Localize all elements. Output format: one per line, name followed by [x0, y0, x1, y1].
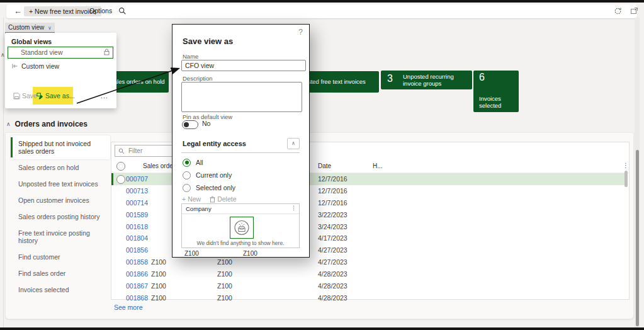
top-window-strip — [0, 0, 644, 3]
row-cell-date: 12/7/2016 — [318, 175, 347, 183]
save-view-button[interactable]: Save — [13, 92, 37, 100]
toggle-knob — [184, 122, 189, 127]
collapse-chevron-icon[interactable]: ∧ — [6, 121, 11, 127]
global-views-header: Global views — [11, 38, 52, 45]
sales-order-link[interactable]: 001867 — [126, 282, 148, 290]
row-cell-customer: Z100 — [151, 282, 166, 290]
orders-and-invoices-header: ∧ Orders and invoices — [6, 120, 88, 128]
orders-nav-item[interactable]: Open customer invoices — [11, 192, 110, 208]
company-grid-menu-icon[interactable]: ⋮ — [291, 205, 297, 211]
app-screen: ← + New free text invoice Options Custom… — [0, 0, 644, 330]
row-cell-invoice: Z100 — [217, 282, 232, 290]
radio-icon — [183, 184, 191, 192]
sales-order-link[interactable]: 001868 — [126, 294, 148, 302]
pin-default-toggle[interactable] — [182, 120, 198, 129]
sales-order-link[interactable]: 001804 — [126, 234, 148, 242]
sales-order-link[interactable]: 001858 — [126, 258, 148, 266]
back-arrow-icon[interactable]: ← — [14, 6, 22, 16]
help-icon[interactable]: ? — [298, 28, 303, 37]
nav-item-label: Open customer invoices — [18, 196, 89, 204]
row-cell-date: 4/28/2023 — [318, 270, 347, 278]
column-header-date[interactable]: Date — [318, 162, 331, 169]
radio-option[interactable]: Current only — [183, 169, 235, 181]
section-divider — [181, 152, 300, 153]
table-row[interactable]: 001866 Z100 Z100 4/28/2023 — [111, 268, 629, 280]
orders-nav-item[interactable]: Invoices selected — [11, 282, 110, 298]
sales-order-link[interactable]: 001856 — [126, 246, 148, 254]
save-view-as-button[interactable]: Save as... — [37, 92, 75, 100]
dialog-title: Save view as — [183, 37, 233, 46]
search-icon[interactable] — [118, 7, 127, 15]
more-options-button[interactable]: ... — [101, 92, 108, 100]
view-switcher-chip[interactable]: Custom view ∨ — [5, 23, 55, 33]
row-cell-customer: Z100 — [151, 258, 166, 266]
radio-option[interactable]: Selected only — [183, 181, 235, 194]
row-cell-customer: Z100 — [151, 270, 166, 278]
row-cell-date: 4/27/2023 — [318, 258, 347, 266]
chevron-down-icon: ∨ — [48, 25, 52, 31]
sales-order-link[interactable]: 000713 — [126, 187, 148, 195]
orders-nav-item[interactable]: Free text invoice posting history — [11, 225, 110, 249]
row-cell-date: 3/24/2023 — [318, 223, 347, 230]
row-cell-invoice: Z100 — [217, 270, 232, 278]
orders-nav-item[interactable]: Find customer — [11, 249, 110, 265]
nav-item-label: Find customer — [18, 253, 60, 261]
pin-default-value: No — [202, 120, 210, 127]
view-switcher-dropdown: Global views Standard view Custom view S… — [5, 33, 116, 108]
access-radio-group: All Current only Selected only — [183, 156, 235, 194]
open-in-new-window-icon[interactable] — [630, 7, 638, 15]
company-grid: Company ⋮ We didn't find anything to sho… — [181, 203, 300, 248]
row-cell-date: 4/17/2023 — [318, 234, 347, 242]
radio-label: Selected only — [196, 184, 235, 191]
orders-nav-item[interactable]: Find sales order — [11, 265, 110, 282]
nav-item-label: Invoices selected — [18, 286, 69, 293]
radio-icon — [183, 171, 191, 179]
tile-invoices-selected[interactable]: 6 Invoices selected — [473, 71, 519, 112]
sales-order-link[interactable]: 001866 — [126, 270, 148, 278]
column-header-sales-order[interactable]: Sales order — [143, 162, 175, 169]
description-textarea[interactable] — [181, 82, 302, 112]
tile-label: Invoices selected — [479, 95, 514, 109]
orders-nav-item[interactable]: Sales orders posting history — [11, 208, 110, 225]
new-company-button[interactable]: + New — [182, 195, 201, 203]
bottom-window-strip — [0, 327, 644, 330]
section-collapse-button[interactable]: ∧ — [287, 138, 300, 149]
see-more-link[interactable]: See more — [114, 304, 143, 311]
tile-unposted-recurring-invoice-groups[interactable]: 3 Unposted recurring invoice groups — [381, 71, 472, 89]
empty-state-text: We didn't find anything to show here. — [182, 240, 299, 246]
sales-order-link[interactable]: 001618 — [126, 223, 148, 230]
table-row[interactable]: 001868 Z100 Z100 4/28/2023 — [111, 292, 629, 304]
nav-item-label: Shipped but not invoiced sales orders — [18, 140, 91, 155]
view-name-input[interactable] — [181, 60, 306, 71]
view-switcher-label: Custom view — [8, 24, 44, 31]
sales-order-link[interactable]: 000714 — [126, 199, 148, 207]
grid-scrollbar-thumb[interactable] — [624, 171, 628, 187]
options-menu-button[interactable]: Options — [89, 7, 112, 14]
empty-state-icon — [230, 217, 254, 239]
select-all-checkbox[interactable] — [116, 162, 125, 171]
sales-order-link[interactable]: 000707 — [126, 175, 148, 183]
table-row[interactable]: 001858 Z100 Z100 4/27/2023 — [111, 256, 629, 268]
page-scrollbar-thumb[interactable] — [636, 150, 639, 326]
row-cell-date: 4/27/2023 — [318, 246, 347, 254]
company-cell: Z100 — [184, 250, 199, 257]
orders-nav-item[interactable]: Sales orders on hold — [11, 159, 110, 176]
delete-company-button[interactable]: Delete — [210, 195, 236, 203]
row-cell-date: 12/7/2016 — [318, 187, 347, 195]
company-grid-header: Company ⋮ — [182, 204, 299, 214]
table-row[interactable]: 001867 Z100 Z100 4/28/2023 — [111, 280, 629, 292]
section-title: Orders and invoices — [15, 120, 88, 128]
collapse-chevron-icon[interactable]: ∧ — [1, 52, 5, 58]
standard-view-item[interactable]: Standard view — [8, 47, 113, 59]
sales-order-link[interactable]: 001589 — [126, 211, 148, 219]
refresh-icon[interactable] — [614, 7, 622, 15]
orders-nav-item[interactable]: Shipped but not invoiced sales orders — [11, 135, 110, 159]
radio-option[interactable]: All — [183, 156, 235, 169]
orders-nav-item[interactable]: Unposted free text invoices — [11, 176, 110, 192]
row-checkbox[interactable] — [116, 175, 125, 184]
custom-view-item[interactable]: Custom view — [8, 61, 112, 72]
column-header-h[interactable]: H... — [373, 162, 383, 169]
standard-view-label: Standard view — [21, 48, 63, 56]
company-column-header[interactable]: Company — [186, 205, 212, 212]
grid-options-icon[interactable]: ⋮ — [623, 162, 629, 169]
